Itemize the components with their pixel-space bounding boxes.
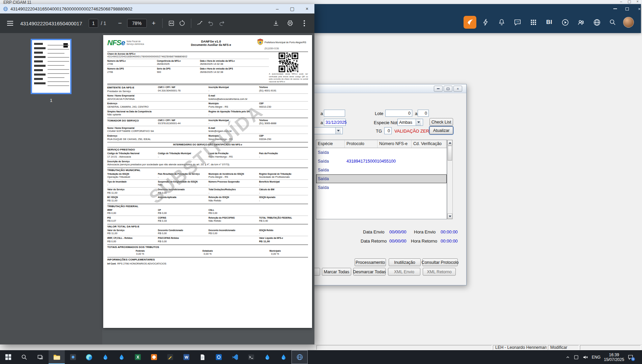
xml-retorno-button[interactable]: XML Retorno bbox=[423, 268, 456, 276]
zoom-level[interactable]: 78% bbox=[127, 19, 147, 28]
dialog-maximize-button[interactable] bbox=[444, 86, 452, 92]
bell-icon[interactable] bbox=[495, 15, 508, 29]
start-button[interactable] bbox=[0, 350, 16, 364]
doc-field: País Resultado da Prestação do Serviço- bbox=[158, 173, 207, 179]
taskbar-app-notes[interactable] bbox=[162, 350, 178, 364]
zoom-in-button[interactable]: + bbox=[149, 18, 159, 28]
lote-from-field[interactable]: 0 bbox=[385, 110, 412, 117]
zoom-out-button[interactable]: − bbox=[115, 18, 125, 28]
atualizar-button[interactable]: Atualizar bbox=[429, 127, 453, 134]
people-icon[interactable] bbox=[575, 15, 587, 29]
cigam-logo-icon[interactable] bbox=[464, 16, 476, 29]
scroll-down-icon[interactable] bbox=[447, 214, 452, 219]
pdf-page-area[interactable]: NFSe Nota Fiscal deServiço eletrônica DA… bbox=[102, 33, 314, 344]
number-from-field[interactable] bbox=[324, 110, 345, 117]
dialog-minimize-button[interactable] bbox=[434, 86, 443, 92]
bi-label[interactable]: BI bbox=[543, 15, 556, 29]
page-thumbnail[interactable] bbox=[31, 39, 72, 94]
apps-grid-icon[interactable] bbox=[527, 15, 540, 29]
web-maximize-button[interactable] bbox=[623, 5, 631, 12]
taskbar-pdf-viewer[interactable] bbox=[291, 350, 308, 364]
taskbar-app-blue[interactable] bbox=[211, 350, 227, 364]
column-header[interactable]: Protocolo bbox=[345, 140, 378, 148]
chevron-down-icon[interactable] bbox=[416, 119, 421, 125]
web-minimize-button[interactable] bbox=[611, 5, 619, 12]
undo-button[interactable] bbox=[205, 18, 216, 29]
chevron-down-icon[interactable] bbox=[335, 128, 341, 134]
globe-icon[interactable] bbox=[590, 15, 603, 29]
tray-app-icon[interactable] bbox=[574, 355, 579, 360]
marcar-todas-button[interactable]: Marcar Todas bbox=[322, 268, 351, 276]
notification-center-icon[interactable]: 6 bbox=[627, 354, 634, 360]
column-header[interactable]: Cd. Verificação bbox=[412, 140, 446, 148]
range-a-label-1: a bbox=[320, 111, 323, 116]
table-cell: Saída bbox=[316, 150, 345, 155]
taskbar-app-edge[interactable] bbox=[81, 350, 97, 364]
doc-field: Nome / Nome EmpresarialADVOCACIA FONTANA bbox=[107, 94, 207, 101]
pdf-maximize-button[interactable]: ▢ bbox=[285, 4, 300, 13]
clock[interactable]: 16:39 15/07/2025 bbox=[604, 353, 624, 362]
table-scrollbar[interactable] bbox=[447, 140, 453, 219]
xml-envio-button[interactable]: XML Envio bbox=[388, 268, 420, 276]
taskbar-app-orange[interactable] bbox=[146, 350, 162, 364]
table-row[interactable]: Saída bbox=[316, 148, 447, 157]
file-explorer-button[interactable] bbox=[49, 350, 65, 364]
taskbar-app-drop-1[interactable] bbox=[97, 350, 113, 364]
erp-minimize-button[interactable]: – bbox=[620, 0, 622, 4]
consultar-protocolo-button[interactable]: Consultar Protocolo bbox=[422, 258, 458, 266]
web-window-controls: × bbox=[611, 5, 642, 12]
table-row[interactable]: Saída bbox=[316, 166, 447, 174]
date-to-field[interactable]: 31/12/2025 bbox=[324, 119, 346, 126]
taskbar-app-drop-2[interactable] bbox=[113, 350, 130, 364]
more-options-button[interactable] bbox=[299, 18, 310, 29]
pdf-minimize-button[interactable]: – bbox=[270, 4, 285, 13]
section-title: TRIBUTAÇÃO FEDERAL bbox=[107, 204, 308, 208]
redo-button[interactable] bbox=[216, 18, 227, 29]
erp-maximize-button[interactable]: ▢ bbox=[627, 0, 631, 4]
page-input[interactable]: 1 bbox=[89, 19, 98, 28]
volume-muted-icon[interactable] bbox=[582, 354, 588, 360]
dialog-close-button[interactable]: × bbox=[453, 86, 462, 92]
table-row[interactable]: Saída431894171500010455100 bbox=[316, 157, 447, 166]
lote-to-field[interactable]: 0 bbox=[418, 110, 429, 117]
pdf-close-button[interactable]: × bbox=[300, 4, 314, 13]
play-icon[interactable] bbox=[559, 15, 571, 29]
user-avatar[interactable] bbox=[622, 15, 635, 29]
taskbar-app-terminal[interactable] bbox=[243, 350, 259, 364]
task-view-button[interactable] bbox=[32, 350, 49, 364]
fit-page-button[interactable] bbox=[166, 18, 177, 29]
erp-close-button[interactable]: × bbox=[637, 0, 639, 4]
web-close-button[interactable]: × bbox=[636, 5, 642, 12]
lightning-icon[interactable] bbox=[479, 15, 492, 29]
scroll-up-icon[interactable] bbox=[447, 140, 452, 145]
taskbar-app-spreadsheet[interactable]: X bbox=[130, 350, 146, 364]
especie-nota-select[interactable]: Ambas bbox=[397, 119, 423, 126]
taskbar-app-drop-3[interactable] bbox=[259, 350, 275, 364]
tg-field[interactable]: 0 bbox=[384, 127, 392, 134]
input-language[interactable]: ENG bbox=[592, 355, 601, 360]
inutilizacao-button[interactable]: Inutilização bbox=[389, 258, 421, 266]
draw-button[interactable] bbox=[195, 18, 205, 29]
scrollbar-thumb[interactable] bbox=[448, 146, 452, 161]
processamento-button[interactable]: Processamento bbox=[355, 258, 386, 266]
pdf-window-titlebar[interactable]: 4314902220431650400017600000000027462506… bbox=[0, 4, 314, 13]
column-header[interactable]: Espécie bbox=[316, 140, 345, 148]
hidden-icons-chevron[interactable] bbox=[565, 355, 570, 360]
taskbar-app-document[interactable] bbox=[194, 350, 211, 364]
taskbar-app-vscode[interactable] bbox=[227, 350, 243, 364]
desmarcar-todas-button[interactable]: Desmarcar Todas bbox=[353, 268, 386, 276]
taskbar-app-word[interactable]: W bbox=[178, 350, 194, 364]
download-button[interactable] bbox=[271, 18, 281, 29]
print-button[interactable] bbox=[285, 18, 296, 29]
check-list-button[interactable]: Check List bbox=[429, 118, 453, 126]
chat-icon[interactable] bbox=[511, 15, 524, 29]
table-row[interactable]: Saída bbox=[316, 183, 447, 192]
menu-button[interactable] bbox=[5, 18, 16, 29]
taskbar-app-drop-4[interactable] bbox=[275, 350, 291, 364]
search-button[interactable] bbox=[16, 350, 32, 364]
taskbar-app-dark[interactable] bbox=[65, 350, 81, 364]
column-header[interactable]: Número NFS-e bbox=[378, 140, 412, 148]
table-row[interactable]: Saída bbox=[316, 174, 447, 183]
search-icon[interactable] bbox=[606, 15, 619, 29]
rotate-button[interactable] bbox=[177, 18, 188, 29]
